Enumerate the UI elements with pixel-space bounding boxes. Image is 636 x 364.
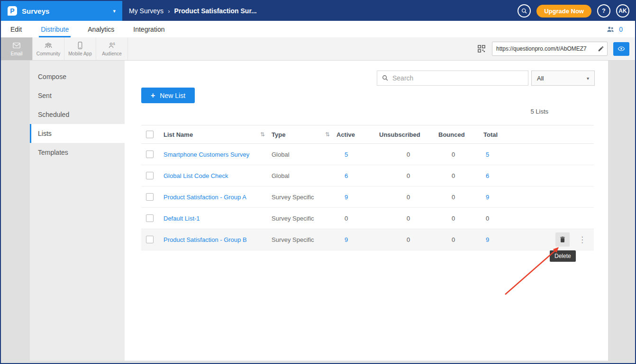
list-name-link[interactable]: Product Satisfaction - Group B — [164, 236, 272, 243]
row-checkbox[interactable] — [146, 193, 154, 201]
list-name-link[interactable]: Smartphone Customers Survey — [164, 151, 272, 158]
top-bar: P Surveys ▾ My Surveys › Product Satisfa… — [1, 1, 635, 21]
unsubscribed-count: 0 — [379, 236, 438, 243]
sidebar-item-sent[interactable]: Sent — [30, 86, 125, 105]
row-checkbox-cell — [141, 151, 164, 158]
tab-edit[interactable]: Edit — [10, 21, 22, 37]
tool-label: Audience — [102, 51, 122, 56]
list-type: Global — [272, 151, 336, 158]
tab-analytics[interactable]: Analytics — [88, 21, 114, 37]
column-header-total: Total — [483, 131, 526, 138]
preview-button[interactable] — [613, 42, 629, 56]
column-header-list-name[interactable]: List Name ⇅ — [164, 131, 272, 138]
distribute-toolbar: Email Community Mobile App $ Audience — [1, 37, 635, 61]
table-row: Product Satisfaction - Group A Survey Sp… — [141, 186, 594, 208]
list-type: Global — [272, 172, 336, 179]
unsubscribed-count: 0 — [379, 194, 438, 201]
community-icon — [44, 41, 53, 50]
sidebar-item-templates[interactable]: Templates — [30, 143, 125, 162]
table-row: Smartphone Customers Survey Global 5 0 0… — [141, 144, 594, 165]
row-checkbox[interactable] — [146, 236, 154, 243]
list-type: Survey Specific — [272, 194, 336, 201]
breadcrumb-current: Product Satisfaction Sur... — [174, 7, 256, 15]
tool-mobile-app[interactable]: Mobile App — [64, 37, 96, 60]
active-count[interactable]: 9 — [336, 194, 379, 201]
unsubscribed-count: 0 — [379, 172, 438, 179]
qr-code-button[interactable] — [477, 44, 486, 53]
active-count[interactable]: 5 — [336, 151, 379, 158]
edit-url-button[interactable] — [598, 45, 607, 52]
lists-table: List Name ⇅ Type ⇅ Active Unsubscribed B… — [141, 125, 594, 250]
row-checkbox-cell — [141, 172, 164, 179]
search-button[interactable] — [518, 4, 531, 18]
total-count[interactable]: 5 — [483, 151, 526, 158]
tool-email[interactable]: Email — [1, 37, 33, 60]
plus-icon: + — [151, 91, 155, 100]
active-count[interactable]: 0 — [336, 215, 379, 222]
column-header-type[interactable]: Type ⇅ — [272, 131, 336, 138]
pencil-icon — [598, 45, 604, 52]
breadcrumb-separator-icon: › — [168, 8, 170, 15]
row-checkbox[interactable] — [146, 172, 154, 179]
row-checkbox[interactable] — [146, 151, 154, 158]
tab-distribute[interactable]: Distribute — [41, 21, 69, 37]
product-name: Surveys — [22, 7, 49, 15]
list-name-link[interactable]: Global List Code Check — [164, 172, 272, 179]
toolbar-right — [477, 37, 635, 60]
tool-label: Mobile App — [68, 51, 91, 56]
select-all-checkbox[interactable] — [146, 131, 154, 138]
kebab-menu-icon[interactable]: ⋮ — [578, 236, 586, 244]
sort-icon[interactable]: ⇅ — [260, 131, 265, 138]
active-count[interactable]: 9 — [336, 236, 379, 243]
section-nav: Edit Distribute Analytics Integration 0 — [1, 21, 635, 37]
content-area: Compose Sent Scheduled Lists Templates A… — [1, 61, 635, 363]
search-icon — [521, 8, 527, 14]
collaborators[interactable]: 0 — [606, 25, 635, 34]
row-checkbox-cell — [141, 214, 164, 222]
help-button[interactable]: ? — [597, 4, 610, 18]
qr-code-icon — [477, 44, 486, 53]
collaborators-count: 0 — [619, 26, 623, 33]
table-row: Global List Code Check Global 6 0 0 6 — [141, 165, 594, 186]
total-count[interactable]: 6 — [483, 172, 526, 179]
sidebar-item-lists[interactable]: Lists — [30, 124, 125, 143]
bounced-count: 0 — [438, 172, 483, 179]
eye-icon — [617, 45, 626, 53]
tool-community[interactable]: Community — [33, 37, 64, 60]
list-filter-dropdown[interactable]: All ▾ — [531, 71, 595, 86]
table-row: Default List-1 Survey Specific 0 0 0 0 — [141, 208, 594, 229]
list-name-link[interactable]: Default List-1 — [164, 215, 272, 222]
sidebar-item-scheduled[interactable]: Scheduled — [30, 105, 125, 124]
product-switcher[interactable]: P Surveys ▾ — [1, 1, 122, 21]
survey-url-input[interactable] — [492, 45, 598, 52]
active-count[interactable]: 6 — [336, 172, 379, 179]
search-input[interactable] — [392, 74, 523, 82]
lists-panel: All ▾ + New List 5 Lists List Name ⇅ — [125, 61, 608, 361]
total-count[interactable]: 0 — [483, 215, 526, 222]
column-header-bounced: Bounced — [438, 131, 483, 138]
total-count[interactable]: 9 — [483, 236, 526, 243]
avatar[interactable]: AK — [616, 4, 629, 18]
breadcrumb-root[interactable]: My Surveys — [129, 7, 164, 15]
row-checkbox[interactable] — [146, 214, 154, 222]
list-name-link[interactable]: Product Satisfaction - Group A — [164, 194, 272, 201]
topbar-actions: Upgrade Now ? AK — [518, 4, 635, 18]
delete-button[interactable] — [555, 232, 570, 247]
table-header: List Name ⇅ Type ⇅ Active Unsubscribed B… — [141, 125, 594, 144]
breadcrumb: My Surveys › Product Satisfaction Sur... — [129, 7, 257, 15]
column-header-active: Active — [336, 131, 379, 138]
unsubscribed-count: 0 — [379, 215, 438, 222]
tab-integration[interactable]: Integration — [133, 21, 164, 37]
sidebar-item-compose[interactable]: Compose — [30, 67, 125, 86]
chevron-down-icon: ▾ — [113, 8, 116, 14]
total-count[interactable]: 9 — [483, 194, 526, 201]
tool-label: Community — [36, 51, 61, 56]
mobile-app-icon — [76, 41, 84, 50]
upgrade-now-button[interactable]: Upgrade Now — [536, 5, 591, 18]
list-type: Survey Specific — [272, 236, 336, 243]
search-box — [377, 71, 528, 86]
svg-text:$: $ — [113, 42, 115, 45]
new-list-button[interactable]: + New List — [141, 88, 195, 103]
sort-icon[interactable]: ⇅ — [325, 131, 330, 138]
tool-audience[interactable]: $ Audience — [96, 37, 128, 60]
